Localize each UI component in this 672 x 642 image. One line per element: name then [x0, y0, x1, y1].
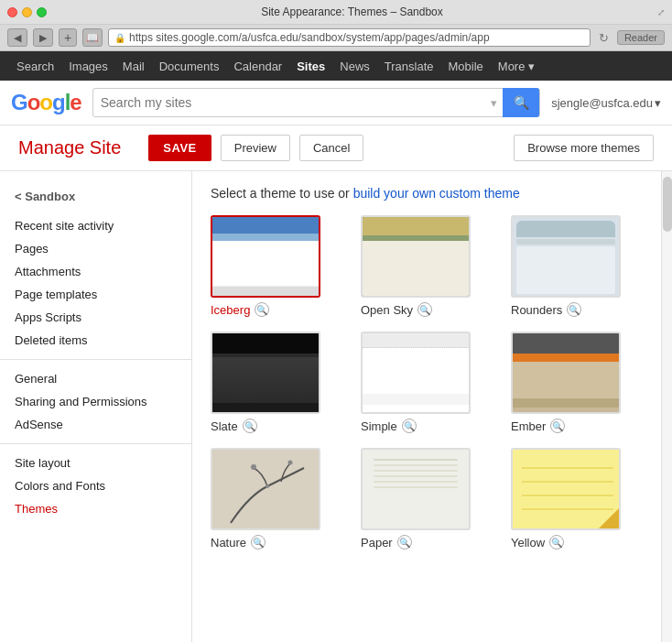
window-chrome: Site Appearance: Themes – Sandbox ⤢ [0, 0, 672, 25]
theme-thumbnail-opensky[interactable] [361, 215, 471, 298]
nav-documents[interactable]: Documents [152, 51, 227, 81]
sidebar-item-sharing-permissions[interactable]: Sharing and Permissions [0, 390, 191, 413]
bookmarks-button[interactable]: 📖 [82, 28, 103, 47]
lock-icon: 🔒 [114, 33, 125, 43]
search-input[interactable] [93, 95, 486, 110]
nav-mail[interactable]: Mail [115, 51, 152, 81]
sidebar-item-adsense[interactable]: AdSense [0, 413, 191, 436]
nav-images[interactable]: Images [61, 51, 115, 81]
nav-more[interactable]: More ▾ [491, 60, 542, 73]
theme-thumbnail-nature[interactable] [211, 448, 320, 530]
iceberg-label: Iceberg [211, 303, 250, 317]
close-button[interactable] [7, 7, 17, 17]
nature-svg [212, 450, 320, 530]
maximize-button[interactable] [37, 7, 47, 17]
save-button[interactable]: SAVE [148, 135, 211, 161]
sidebar-back-link[interactable]: Sandbox [0, 186, 191, 214]
search-button[interactable]: 🔍 [503, 88, 539, 117]
forward-button[interactable]: ▶ [33, 28, 53, 47]
paper-zoom-icon[interactable]: 🔍 [397, 535, 412, 550]
refresh-button[interactable]: ↻ [596, 31, 612, 45]
minimize-button[interactable] [22, 7, 32, 17]
theme-card-rounders[interactable]: Rounders 🔍 [511, 215, 643, 317]
slate-label: Slate [211, 419, 238, 433]
user-email: sjengle@usfca.edu [551, 96, 653, 110]
sidebar-item-themes[interactable]: Themes [0, 497, 191, 520]
theme-intro: Select a theme to use or build your own … [211, 186, 643, 201]
custom-theme-link[interactable]: build your own custom theme [353, 186, 520, 201]
browse-themes-button[interactable]: Browse more themes [514, 135, 654, 161]
google-navbar: Search Images Mail Documents Calendar Si… [0, 51, 672, 81]
address-bar: ◀ ▶ + 📖 🔒 https sites.google.com/a/usfca… [0, 25, 672, 51]
new-tab-button[interactable]: + [59, 28, 77, 47]
theme-grid: Iceberg 🔍 Open Sky 🔍 [211, 215, 643, 550]
window-title: Site Appearance: Themes – Sandbox [52, 5, 652, 18]
sidebar-item-page-templates[interactable]: Page templates [0, 283, 191, 306]
search-dropdown-arrow[interactable]: ▾ [485, 96, 503, 110]
svg-point-3 [266, 484, 269, 488]
sidebar-item-attachments[interactable]: Attachments [0, 260, 191, 283]
back-button[interactable]: ◀ [7, 28, 27, 47]
theme-thumbnail-simple[interactable] [361, 332, 471, 414]
theme-label-slate: Slate 🔍 [211, 419, 342, 433]
theme-thumbnail-slate[interactable] [211, 332, 320, 414]
theme-thumbnail-ember[interactable] [511, 332, 621, 414]
site-search-box[interactable]: ▾ 🔍 [92, 88, 541, 117]
theme-card-yellow[interactable]: Yellow 🔍 [511, 448, 643, 550]
ember-zoom-icon[interactable]: 🔍 [550, 419, 565, 433]
svg-rect-4 [513, 450, 621, 530]
cancel-button[interactable]: Cancel [299, 135, 363, 161]
theme-thumbnail-yellow[interactable] [511, 448, 621, 530]
theme-card-iceberg[interactable]: Iceberg 🔍 [211, 215, 342, 317]
theme-card-slate[interactable]: Slate 🔍 [211, 332, 342, 433]
user-account[interactable]: sjengle@usfca.edu ▾ [551, 96, 661, 110]
reader-button[interactable]: Reader [617, 30, 665, 45]
svg-point-1 [251, 464, 256, 470]
theme-thumbnail-iceberg[interactable] [211, 215, 320, 298]
theme-thumbnail-paper[interactable] [361, 448, 471, 530]
search-area: Google ▾ 🔍 sjengle@usfca.edu ▾ [0, 81, 672, 125]
sidebar-item-pages[interactable]: Pages [0, 237, 191, 260]
sidebar-item-site-layout[interactable]: Site layout [0, 452, 191, 474]
simple-zoom-icon[interactable]: 🔍 [402, 419, 417, 433]
preview-button[interactable]: Preview [221, 135, 290, 161]
theme-card-ember[interactable]: Ember 🔍 [511, 332, 643, 433]
theme-card-simple[interactable]: Simple 🔍 [361, 332, 493, 433]
sidebar-item-apps-scripts[interactable]: Apps Scripts [0, 306, 191, 329]
rounders-label: Rounders [511, 303, 562, 317]
rounders-zoom-icon[interactable]: 🔍 [567, 302, 581, 317]
theme-card-nature[interactable]: Nature 🔍 [211, 448, 342, 550]
ember-label: Ember [511, 419, 546, 433]
url-bar[interactable]: 🔒 https sites.google.com/a/usfca.edu/san… [108, 28, 591, 47]
iceberg-zoom-icon[interactable]: 🔍 [255, 302, 269, 317]
theme-card-opensky[interactable]: Open Sky 🔍 [361, 215, 493, 317]
theme-card-paper[interactable]: Paper 🔍 [361, 448, 493, 550]
yellow-zoom-icon[interactable]: 🔍 [549, 535, 564, 550]
svg-point-2 [288, 461, 293, 465]
nav-news[interactable]: News [332, 51, 377, 81]
sidebar-item-recent-activity[interactable]: Recent site activity [0, 214, 191, 237]
nature-zoom-icon[interactable]: 🔍 [251, 535, 266, 550]
theme-intro-text: Select a theme to use or [211, 186, 353, 201]
opensky-zoom-icon[interactable]: 🔍 [417, 302, 432, 317]
nav-search[interactable]: Search [9, 51, 61, 81]
sidebar-section-3: Site layout Colors and Fonts Themes [0, 452, 191, 520]
nav-translate[interactable]: Translate [377, 51, 441, 81]
simple-label: Simple [361, 419, 397, 433]
nav-sites[interactable]: Sites [289, 51, 332, 81]
sidebar-section-1: Recent site activity Pages Attachments P… [0, 214, 191, 352]
content-area: Select a theme to use or build your own … [192, 171, 661, 642]
sidebar-divider-2 [0, 443, 191, 444]
sidebar-item-deleted-items[interactable]: Deleted items [0, 329, 191, 352]
theme-label-opensky: Open Sky 🔍 [361, 302, 493, 317]
theme-thumbnail-rounders[interactable] [511, 215, 621, 298]
action-bar: Manage Site SAVE Preview Cancel Browse m… [0, 125, 672, 171]
nav-calendar[interactable]: Calendar [226, 51, 289, 81]
nav-mobile[interactable]: Mobile [441, 51, 491, 81]
scrollbar-thumb[interactable] [663, 177, 672, 232]
slate-zoom-icon[interactable]: 🔍 [243, 419, 257, 433]
scrollbar-track[interactable] [661, 171, 672, 642]
sidebar-item-general[interactable]: General [0, 367, 191, 390]
paper-label: Paper [361, 536, 393, 550]
sidebar-item-colors-fonts[interactable]: Colors and Fonts [0, 474, 191, 497]
